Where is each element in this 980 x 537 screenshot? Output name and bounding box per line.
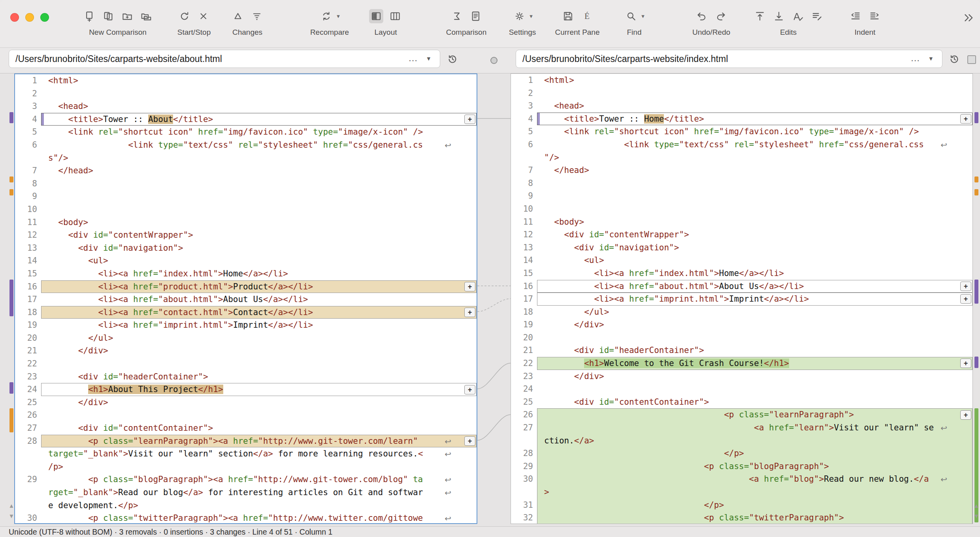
code-line-text[interactable]: /p> — [48, 460, 476, 473]
merge-change-button[interactable]: + — [464, 308, 475, 317]
gear-icon[interactable] — [512, 9, 526, 23]
right-file-path-field[interactable]: /Users/brunobrito/Sites/carparts-website… — [516, 50, 942, 68]
two-pane-layout-icon[interactable] — [369, 9, 383, 23]
new-folder-comparison-icon[interactable] — [120, 9, 134, 23]
code-line-text[interactable]: <link type="text/css" rel="stylesheet" h… — [48, 139, 476, 152]
code-line-text[interactable]: <title>Tower :: About</title> — [48, 113, 476, 126]
code-line-text[interactable]: s"/> — [48, 152, 476, 165]
toolbar-overflow-button[interactable] — [962, 11, 976, 25]
search-icon[interactable] — [624, 9, 638, 23]
code-line-text[interactable]: <div id="contentWrapper"> — [48, 229, 476, 242]
code-line-text[interactable]: <p class="twitterParagraph"><a href="htt… — [48, 512, 476, 524]
code-line-text[interactable]: </head> — [544, 164, 972, 177]
merge-change-button[interactable]: + — [464, 436, 475, 446]
code-line-text[interactable]: <li><a href="about.html">About Us</a></l… — [544, 280, 972, 293]
code-line-text[interactable]: <div id="contentWrapper"> — [544, 228, 972, 241]
code-line-text[interactable]: rget="_blank">Read our blog</a> for inte… — [48, 486, 476, 499]
code-line-text[interactable]: <li><a href="imprint.html">Imprint</a></… — [48, 319, 476, 332]
code-line-text[interactable]: <head> — [544, 100, 972, 113]
merge-change-button[interactable]: + — [464, 115, 475, 124]
code-line-text[interactable]: <title>Tower :: Home</title> — [544, 113, 972, 126]
code-line-text[interactable]: <div id="contentContainer"> — [48, 422, 476, 435]
code-line-text[interactable]: <link rel="shortcut icon" href="img/favi… — [48, 126, 476, 139]
code-line-text[interactable]: <h1>About This Project</h1> — [48, 383, 476, 396]
code-line-text[interactable]: <a href="learn">Visit our "learn" se — [544, 421, 972, 434]
dropdown-caret-icon[interactable]: ▾ — [530, 13, 533, 20]
merge-change-button[interactable]: + — [464, 282, 475, 291]
minimize-button[interactable] — [25, 13, 34, 22]
left-history-button[interactable] — [447, 53, 458, 65]
code-line-text[interactable]: </div> — [48, 344, 476, 357]
summary-icon[interactable] — [450, 9, 464, 23]
next-change-button[interactable]: ▼ — [973, 513, 980, 520]
code-line-text[interactable]: <li><a href="product.html">Product</a></… — [48, 280, 476, 293]
code-line-text[interactable]: </p> — [544, 447, 972, 460]
outdent-icon[interactable] — [848, 9, 863, 23]
code-line-text[interactable]: "/> — [544, 151, 972, 164]
code-line-text[interactable]: <html> — [48, 74, 476, 87]
code-line-text[interactable]: <body> — [544, 216, 972, 229]
code-line-text[interactable]: <p class="learnParagraph"><a href="http:… — [48, 435, 476, 448]
code-line-text[interactable]: </div> — [544, 370, 972, 383]
code-line-text[interactable]: <li><a href="index.html">Home</a></li> — [544, 267, 972, 280]
new-file-comparison-icon[interactable] — [101, 9, 115, 23]
code-line-text[interactable]: > — [544, 486, 972, 499]
code-line-text[interactable]: <link type="text/css" rel="stylesheet" h… — [544, 138, 972, 151]
code-line-text[interactable]: <link rel="shortcut icon" href="img/favi… — [544, 125, 972, 138]
three-pane-layout-icon[interactable] — [388, 9, 402, 23]
code-line-text[interactable]: </ul> — [48, 332, 476, 345]
close-button[interactable] — [10, 13, 19, 22]
previous-change-button[interactable]: ▲ — [973, 502, 980, 509]
new-comparison-icon[interactable] — [82, 9, 96, 23]
report-icon[interactable] — [469, 9, 483, 23]
merge-change-button[interactable]: + — [960, 294, 971, 304]
right-history-button[interactable] — [948, 53, 960, 65]
dropdown-caret-icon[interactable]: ▾ — [641, 13, 645, 20]
stop-comparison-icon[interactable] — [196, 9, 211, 23]
start-comparison-icon[interactable] — [177, 9, 192, 23]
merge-change-button[interactable]: + — [960, 282, 971, 291]
code-line-text[interactable]: <p class="learnParagraph"> — [544, 408, 972, 421]
encoding-icon[interactable]: É — [580, 9, 594, 23]
right-path-dropdown-button[interactable]: ▾ — [929, 50, 933, 68]
edit-lines-icon[interactable] — [810, 9, 824, 23]
recompare-icon[interactable] — [319, 9, 334, 23]
code-line-text[interactable]: <div id="navigation"> — [48, 242, 476, 255]
code-line-text[interactable]: <p class="blogParagraph"> — [544, 460, 972, 473]
filter-changes-icon[interactable] — [250, 9, 264, 23]
indent-icon[interactable] — [867, 9, 882, 23]
code-line-text[interactable]: <li><a href="about.html">About Us</a></l… — [48, 293, 476, 306]
push-down-icon[interactable] — [772, 9, 786, 23]
new-merge-comparison-icon[interactable] — [139, 9, 153, 23]
code-line-text[interactable]: <body> — [48, 216, 476, 229]
right-path-menu-button[interactable]: … — [910, 50, 920, 66]
code-line-text[interactable]: <ul> — [48, 254, 476, 267]
code-line-text[interactable]: ction.</a> — [544, 434, 972, 447]
code-line-text[interactable]: e development.</p> — [48, 499, 476, 512]
redo-icon[interactable] — [714, 9, 728, 23]
left-file-path-field[interactable]: /Users/brunobrito/Sites/carparts-website… — [9, 50, 440, 68]
code-line-text[interactable]: <li><a href="index.html">Home</a></li> — [48, 267, 476, 280]
undo-icon[interactable] — [695, 9, 709, 23]
left-path-dropdown-button[interactable]: ▾ — [427, 50, 430, 68]
code-line-text[interactable]: <div id="contentContainer"> — [544, 396, 972, 409]
code-line-text[interactable]: </head> — [48, 164, 476, 177]
code-line-text[interactable]: <div id="headerContainer"> — [48, 370, 476, 383]
zoom-button[interactable] — [40, 13, 49, 22]
code-line-text[interactable]: <head> — [48, 100, 476, 113]
merge-change-button[interactable]: + — [960, 114, 971, 124]
code-line-text[interactable]: <html> — [544, 74, 972, 87]
code-line-text[interactable]: <li><a href="contact.html">Contact</a></… — [48, 306, 476, 319]
code-line-text[interactable]: <div id="navigation"> — [544, 241, 972, 254]
left-code-pane[interactable]: 1<html>23 <head>4 <title>Tower :: About<… — [14, 73, 477, 524]
code-line-text[interactable]: </ul> — [544, 306, 972, 319]
code-line-text[interactable]: </div> — [48, 396, 476, 409]
code-line-text[interactable]: </div> — [544, 318, 972, 331]
code-line-text[interactable]: <p class="twitterParagraph"> — [544, 511, 972, 524]
save-icon[interactable] — [561, 9, 575, 23]
right-code-pane[interactable]: 1<html>23 <head>4 <title>Tower :: Home</… — [511, 73, 973, 524]
pane-link-icon[interactable] — [967, 55, 976, 64]
dropdown-caret-icon[interactable]: ▾ — [337, 13, 340, 20]
code-line-text[interactable]: <div id="headerContainer"> — [544, 344, 972, 357]
code-line-text[interactable]: target="_blank">Visit our "learn" sectio… — [48, 447, 476, 460]
